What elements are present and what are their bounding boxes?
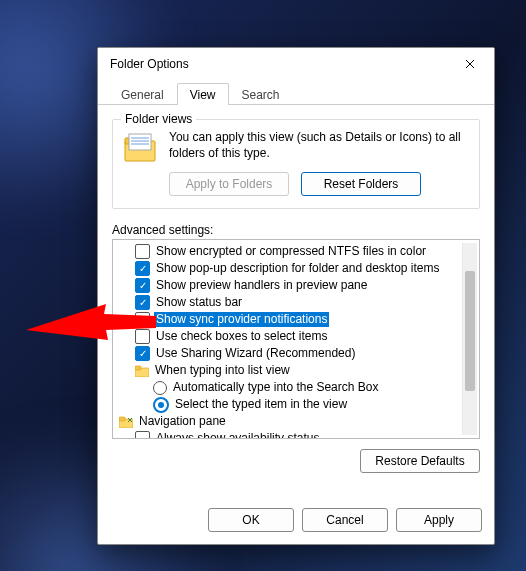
checkbox-icon[interactable]: ✓ [135,346,150,361]
apply-button[interactable]: Apply [396,508,482,532]
advanced-settings-tree[interactable]: Show encrypted or compressed NTFS files … [112,239,480,439]
tab-search[interactable]: Search [229,83,293,105]
setting-group-row[interactable]: Navigation pane [117,413,462,430]
checkbox-icon[interactable] [135,244,150,259]
radio-icon[interactable] [153,381,167,395]
setting-row[interactable]: ✓ Show pop-up description for folder and… [117,260,462,277]
folder-icon [119,416,133,428]
close-icon [465,59,475,69]
reset-folders-button[interactable]: Reset Folders [301,172,421,196]
checkbox-icon[interactable]: ✓ [135,295,150,310]
folder-icon [135,365,149,377]
setting-row[interactable]: Always show availability status [117,430,462,439]
tab-strip: General View Search [98,80,494,105]
tab-general[interactable]: General [108,83,177,105]
tab-view[interactable]: View [177,83,229,105]
titlebar: Folder Options [98,48,494,80]
checkbox-icon[interactable]: ✓ [135,278,150,293]
folder-views-legend: Folder views [121,112,196,126]
setting-group-row[interactable]: When typing into list view [117,362,462,379]
checkbox-icon[interactable] [135,312,150,327]
tab-content-view: Folder views You can apply this view (su… [98,105,494,498]
checkbox-icon[interactable] [135,431,150,439]
setting-row[interactable]: ✓ Use Sharing Wizard (Recommended) [117,345,462,362]
setting-row[interactable]: ✓ Show status bar [117,294,462,311]
svg-rect-10 [119,417,125,421]
scroll-thumb[interactable] [465,271,475,391]
folder-views-icon [123,132,159,164]
tree-scrollbar[interactable] [462,243,477,435]
setting-row[interactable]: ✓ Show preview handlers in preview pane [117,277,462,294]
setting-radio-row[interactable]: Select the typed item in the view [117,396,462,413]
restore-defaults-button[interactable]: Restore Defaults [360,449,480,473]
window-title: Folder Options [110,57,450,71]
folder-options-dialog: Folder Options General View Search Folde… [97,47,495,545]
setting-radio-row[interactable]: Automatically type into the Search Box [117,379,462,396]
checkbox-icon[interactable]: ✓ [135,261,150,276]
close-button[interactable] [450,50,490,78]
ok-button[interactable]: OK [208,508,294,532]
apply-to-folders-button: Apply to Folders [169,172,289,196]
folder-views-text: You can apply this view (such as Details… [169,130,469,161]
advanced-settings-label: Advanced settings: [112,223,480,237]
cancel-button[interactable]: Cancel [302,508,388,532]
svg-rect-3 [129,134,151,150]
folder-views-group: Folder views You can apply this view (su… [112,119,480,209]
svg-rect-8 [135,366,141,370]
checkbox-icon[interactable] [135,329,150,344]
dialog-button-row: OK Cancel Apply [98,498,494,544]
radio-icon[interactable] [153,397,169,413]
setting-row-sync-notifications[interactable]: Show sync provider notifications [117,311,462,328]
setting-row[interactable]: Show encrypted or compressed NTFS files … [117,243,462,260]
setting-row[interactable]: Use check boxes to select items [117,328,462,345]
